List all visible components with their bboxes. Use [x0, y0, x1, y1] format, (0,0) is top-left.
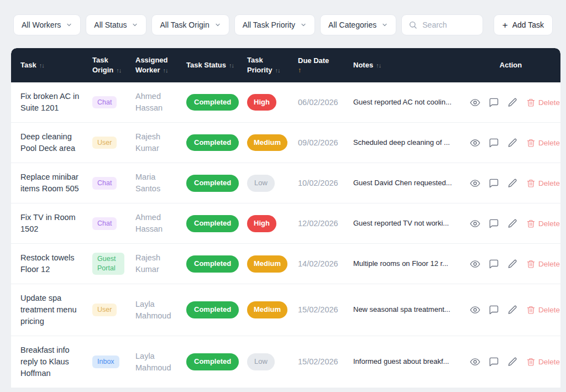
delete-label: Delete — [538, 139, 560, 147]
sort-icon[interactable]: ↑↓ — [272, 67, 280, 74]
comment-button[interactable] — [489, 357, 499, 367]
assigned-worker-cell: Ahmed Hassan — [130, 82, 181, 123]
delete-button[interactable]: Delete — [526, 179, 560, 188]
row-actions: Delete — [467, 218, 555, 229]
due-date: 09/02/2026 — [298, 138, 338, 147]
due-date-cell: 15/02/2026 — [292, 336, 348, 388]
status-badge: Completed — [186, 353, 239, 370]
status-badge: Completed — [186, 94, 239, 111]
delete-button[interactable]: Delete — [526, 219, 560, 228]
priority-badge: Medium — [247, 301, 287, 318]
due-date-cell: 12/02/2026 — [292, 203, 348, 244]
eye-icon — [470, 259, 480, 269]
row-actions: Delete — [467, 97, 555, 108]
assigned-worker: Maria Santos — [135, 173, 160, 193]
edit-button[interactable] — [507, 305, 518, 315]
status-badge: Completed — [186, 255, 239, 273]
sort-ascending-icon[interactable]: ↑ — [298, 66, 342, 75]
filter-all-task-priority[interactable]: All Task Priority — [234, 14, 315, 35]
due-date: 15/02/2026 — [298, 357, 338, 366]
edit-button[interactable] — [507, 259, 518, 269]
column-header-task[interactable]: Task↑↓ — [11, 48, 87, 82]
delete-button[interactable]: Delete — [526, 138, 560, 148]
edit-button[interactable] — [507, 218, 518, 229]
view-button[interactable] — [470, 357, 480, 367]
chevron-down-icon — [214, 22, 221, 28]
table-row: Replace minibar items Room 505ChatMaria … — [11, 163, 560, 203]
note-text: Guest reported TV not worki... — [353, 218, 455, 229]
sort-icon[interactable]: ↑↓ — [113, 67, 121, 74]
task-cell: Restock towels Floor 12 — [11, 244, 87, 284]
row-actions: Delete — [467, 305, 555, 315]
column-header-notes[interactable]: Notes↑↓ — [348, 48, 461, 82]
due-date-cell: 09/02/2026 — [292, 123, 348, 163]
filter-all-status[interactable]: All Status — [86, 14, 146, 35]
column-header-due-date[interactable]: Due Date↑ — [292, 48, 348, 82]
search-input[interactable] — [422, 20, 475, 29]
view-button[interactable] — [470, 138, 480, 148]
row-actions: Delete — [467, 357, 555, 367]
eye-icon — [470, 138, 480, 148]
sort-icon[interactable]: ↑↓ — [226, 62, 234, 69]
assigned-worker-cell: Layla Mahmoud — [130, 336, 181, 388]
view-button[interactable] — [470, 259, 480, 269]
task-cell: Deep cleaning Pool Deck area — [11, 123, 87, 163]
delete-button[interactable]: Delete — [526, 305, 560, 315]
task-priority-cell: Medium — [242, 244, 292, 284]
column-header-task-origin[interactable]: Task Origin↑↓ — [87, 48, 130, 82]
comment-button[interactable] — [489, 97, 499, 108]
edit-button[interactable] — [507, 178, 518, 189]
eye-icon — [470, 218, 480, 229]
task-table-card: Task↑↓ Task Origin↑↓ Assigned Worker↑↓ T… — [11, 48, 560, 388]
table-row: Fix TV in Room 1502ChatAhmed HassanCompl… — [11, 203, 560, 244]
sort-icon[interactable]: ↑↓ — [160, 67, 168, 74]
task-priority-cell: High — [242, 82, 292, 123]
delete-label: Delete — [538, 306, 560, 314]
filter-all-workers[interactable]: All Workers — [13, 14, 81, 35]
trash-icon — [526, 98, 536, 107]
status-badge: Completed — [186, 301, 239, 318]
comment-button[interactable] — [489, 178, 499, 189]
edit-button[interactable] — [507, 138, 518, 148]
column-header-assigned-worker[interactable]: Assigned Worker↑↓ — [130, 48, 181, 82]
task-table: Task↑↓ Task Origin↑↓ Assigned Worker↑↓ T… — [11, 48, 560, 388]
column-header-task-status[interactable]: Task Status↑↓ — [181, 48, 242, 82]
priority-badge: Low — [247, 175, 275, 192]
delete-label: Delete — [538, 98, 560, 107]
edit-icon — [507, 259, 518, 269]
trash-icon — [526, 179, 536, 188]
view-button[interactable] — [470, 218, 480, 229]
comment-button[interactable] — [489, 305, 499, 315]
view-button[interactable] — [470, 178, 480, 189]
note-text: Scheduled deep cleaning of ... — [353, 138, 455, 148]
trash-icon — [526, 219, 536, 228]
comment-icon — [489, 357, 499, 367]
comment-button[interactable] — [489, 138, 499, 148]
filter-all-task-origin[interactable]: All Task Origin — [151, 14, 229, 35]
edit-button[interactable] — [507, 97, 518, 108]
priority-badge: Medium — [247, 255, 287, 273]
task-title: Fix broken AC in Suite 1201 — [20, 91, 81, 114]
sort-icon[interactable]: ↑↓ — [36, 62, 44, 69]
due-date-cell: 15/02/2026 — [292, 284, 348, 336]
delete-button[interactable]: Delete — [526, 259, 560, 269]
note-text: Guest reported AC not coolin... — [353, 97, 455, 108]
filter-all-categories[interactable]: All Categories — [320, 14, 396, 35]
add-task-button[interactable]: + Add Task — [494, 14, 553, 35]
comment-button[interactable] — [489, 259, 499, 269]
delete-button[interactable]: Delete — [526, 98, 560, 107]
comment-button[interactable] — [489, 218, 499, 229]
task-origin-cell: User — [87, 123, 130, 163]
origin-badge: Chat — [92, 96, 117, 109]
chevron-down-icon — [381, 22, 388, 28]
view-button[interactable] — [470, 305, 480, 315]
column-header-task-priority[interactable]: Task Priority↑↓ — [242, 48, 292, 82]
task-cell: Breakfast info reply to Klaus Hoffman — [11, 336, 87, 388]
status-badge: Completed — [186, 215, 239, 232]
assigned-worker-cell: Rajesh Kumar — [130, 244, 181, 284]
delete-button[interactable]: Delete — [526, 357, 560, 367]
edit-button[interactable] — [507, 357, 518, 367]
filter-bar: All Workers All Status All Task Origin A… — [13, 14, 553, 35]
view-button[interactable] — [470, 97, 480, 108]
sort-icon[interactable]: ↑↓ — [373, 62, 381, 69]
